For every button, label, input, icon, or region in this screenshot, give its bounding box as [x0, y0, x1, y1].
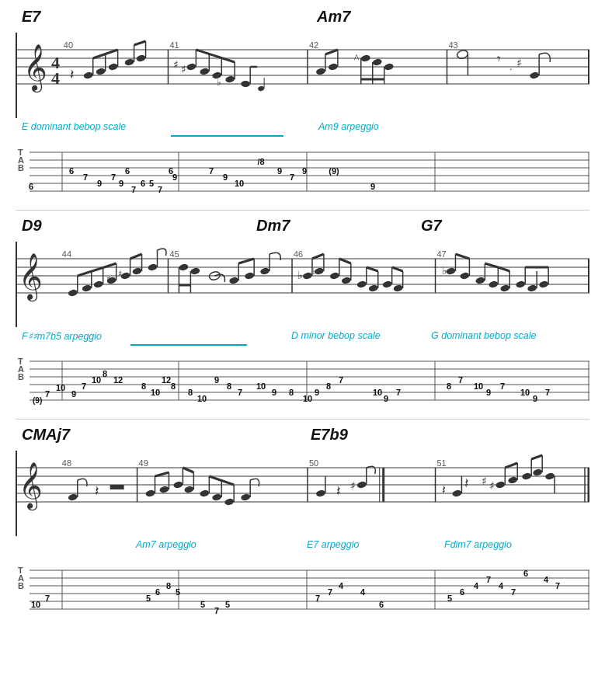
svg-text:6: 6	[155, 587, 160, 597]
chord-e7: E7	[22, 8, 40, 26]
staff-3: 𝄞 48 𝄽 49	[16, 451, 589, 536]
chord-e7b9: E7b9	[311, 426, 348, 444]
svg-text:44: 44	[62, 249, 71, 259]
svg-text:50: 50	[309, 458, 318, 468]
svg-point-145	[302, 272, 313, 280]
svg-text:9: 9	[172, 172, 177, 182]
svg-text:7: 7	[83, 172, 88, 182]
svg-text:(9): (9)	[329, 166, 339, 176]
svg-point-140	[259, 267, 270, 276]
svg-point-137	[244, 272, 255, 280]
svg-point-111	[82, 284, 92, 293]
svg-point-33	[224, 75, 235, 84]
svg-text:5: 5	[447, 594, 452, 603]
svg-text:12: 12	[162, 375, 171, 385]
svg-text:♯: ♯	[173, 59, 179, 71]
svg-text:7: 7	[82, 381, 86, 391]
svg-text:9: 9	[486, 388, 491, 397]
svg-text:7: 7	[328, 587, 332, 597]
svg-text:10: 10	[303, 394, 312, 403]
svg-text:43: 43	[448, 40, 457, 50]
svg-text:10: 10	[373, 388, 382, 397]
notation-svg-1: 𝄞 4 4 40 𝄽	[17, 33, 589, 118]
svg-point-151	[329, 272, 340, 280]
svg-point-26	[186, 63, 197, 71]
svg-text:8: 8	[289, 388, 294, 397]
svg-point-45	[328, 63, 339, 71]
svg-text:♭: ♭	[217, 77, 221, 88]
annotation-row-3: Am7 arpeggio E7 arpeggio Fdim7 arpeggio	[16, 539, 589, 559]
svg-point-14	[108, 63, 119, 71]
svg-text:6: 6	[141, 179, 145, 188]
svg-point-264	[211, 493, 222, 502]
svg-text:41: 41	[169, 40, 179, 50]
svg-line-165	[392, 267, 403, 271]
svg-point-178	[499, 284, 510, 293]
svg-point-10	[83, 71, 94, 80]
svg-text:^: ^	[354, 53, 360, 64]
svg-text:8: 8	[171, 381, 176, 391]
svg-line-298	[531, 455, 542, 459]
svg-point-289	[495, 481, 506, 489]
svg-point-51	[372, 58, 383, 67]
svg-point-153	[341, 277, 352, 285]
chord-dm7: Dm7	[256, 217, 290, 235]
chord-am7: Am7	[317, 8, 350, 26]
svg-text:40: 40	[64, 40, 73, 50]
svg-text:4: 4	[339, 581, 344, 590]
tab-1: T A B 6 6 7 9	[16, 143, 589, 197]
svg-text:7: 7	[45, 389, 50, 399]
chord-d9: D9	[22, 217, 42, 235]
svg-point-184	[527, 284, 537, 293]
svg-text:B: B	[18, 372, 24, 381]
svg-text:𝄽: 𝄽	[464, 479, 468, 487]
svg-text:6: 6	[69, 166, 74, 176]
svg-text:7: 7	[290, 172, 294, 182]
svg-text:(9): (9)	[33, 396, 42, 405]
svg-text:8: 8	[103, 369, 107, 378]
svg-line-118	[78, 263, 116, 276]
svg-text:6: 6	[379, 600, 384, 609]
chord-label-row-1: E7 Am7	[16, 8, 589, 33]
svg-text:7: 7	[545, 388, 550, 397]
tab-svg-3: T A B 10 7 5 6 8 5	[16, 561, 589, 615]
svg-text:9: 9	[71, 389, 76, 399]
svg-text:47: 47	[437, 249, 447, 259]
fsharp-underline	[130, 344, 247, 346]
svg-point-186	[538, 280, 549, 289]
svg-point-182	[515, 280, 526, 289]
svg-text:8: 8	[326, 381, 331, 391]
svg-text:10: 10	[256, 381, 266, 391]
svg-text:12: 12	[113, 375, 123, 385]
svg-text:7: 7	[158, 185, 162, 194]
svg-text:♯: ♯	[181, 64, 186, 75]
svg-point-49	[360, 54, 371, 63]
svg-point-169	[446, 267, 457, 276]
g-dominant-bebop-label: G dominant bebop scale	[431, 330, 537, 341]
svg-text:7: 7	[500, 381, 505, 391]
svg-text:7: 7	[396, 388, 401, 397]
svg-line-261	[183, 468, 193, 472]
svg-point-284	[452, 489, 463, 498]
svg-text:7: 7	[486, 575, 491, 584]
svg-text:9: 9	[315, 388, 319, 397]
svg-text:10: 10	[520, 388, 530, 397]
svg-text:7: 7	[511, 587, 516, 597]
svg-point-43	[315, 68, 326, 76]
tab-2: T A B (9) 7 10 9 7 10	[16, 352, 589, 406]
svg-point-129	[179, 263, 189, 272]
svg-rect-249	[110, 485, 124, 489]
svg-point-163	[393, 284, 404, 293]
divider-1	[16, 210, 589, 211]
svg-text:𝄽: 𝄽	[442, 486, 446, 494]
svg-point-259	[184, 486, 195, 494]
annotation-row-1: E dominant bebop scale Am9 arpeggio	[16, 121, 589, 141]
e-dominant-label: E dominant bebop scale	[22, 121, 126, 132]
svg-point-109	[68, 289, 78, 298]
svg-text:10: 10	[151, 388, 160, 397]
svg-text:𝄽: 𝄽	[70, 70, 74, 78]
svg-text:6: 6	[460, 587, 464, 597]
svg-text:♭: ♭	[297, 270, 303, 281]
notation-svg-3: 𝄞 48 𝄽 49	[17, 451, 589, 536]
svg-line-256	[155, 472, 169, 476]
